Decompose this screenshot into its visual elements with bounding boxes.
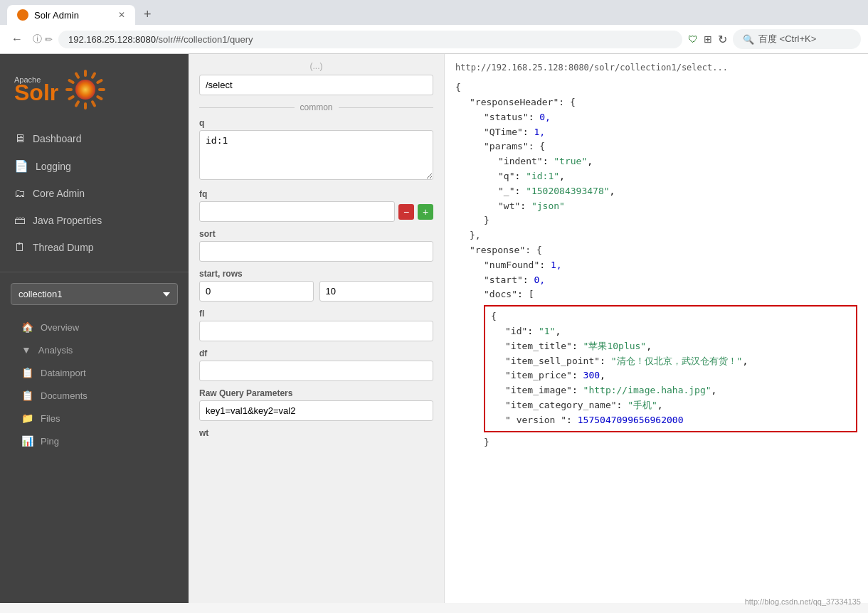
- thread-dump-icon: 🗒: [14, 241, 26, 254]
- logo-area: Apache Solr: [0, 54, 189, 118]
- back-button[interactable]: ←: [7, 29, 27, 49]
- endpoint-input[interactable]: [199, 75, 433, 95]
- collection-selector[interactable]: collection1: [11, 283, 178, 305]
- json-line: "_": "1502084393478",: [498, 184, 857, 199]
- sidebar-item-java-properties[interactable]: 🗃 Java Properties: [0, 207, 189, 234]
- svg-rect-6: [84, 102, 87, 110]
- collection-nav-item-dataimport[interactable]: 📋 Dataimport: [0, 361, 189, 384]
- json-line: "start": 0,: [484, 273, 857, 288]
- browser-chrome: Solr Admin ✕ +: [0, 0, 868, 25]
- refresh-button[interactable]: ↻: [718, 33, 727, 46]
- search-icon: 🔍: [743, 34, 754, 45]
- collection-dropdown[interactable]: collection1: [11, 283, 178, 305]
- result-url: http://192.168.25.128:8080/solr/collecti…: [455, 61, 857, 75]
- collection-nav-item-documents[interactable]: 📋 Documents: [0, 384, 189, 407]
- start-rows-field: start, rows: [199, 269, 433, 302]
- svg-rect-1: [91, 72, 97, 80]
- raw-params-input[interactable]: [199, 400, 433, 421]
- app-container: Apache Solr: [0, 54, 868, 603]
- json-line: "QTime": 1,: [484, 125, 857, 140]
- svg-rect-2: [96, 78, 104, 84]
- collection-nav-item-analysis[interactable]: ▼ Analysis: [0, 339, 189, 361]
- url-path: /solr/#/collection1/query: [156, 34, 253, 45]
- sidebar-item-dashboard[interactable]: 🖥 Dashboard: [0, 125, 189, 152]
- fl-field: fl: [199, 309, 433, 341]
- dataimport-icon: 📋: [21, 367, 33, 378]
- edit-icon: ✏: [45, 34, 53, 45]
- start-input[interactable]: [199, 281, 314, 302]
- tab-favicon: [17, 9, 28, 21]
- tab-close-button[interactable]: ✕: [118, 10, 125, 20]
- qr-icon: ⊞: [704, 33, 712, 45]
- svg-rect-9: [65, 88, 73, 91]
- sidebar-divider: [0, 272, 189, 272]
- json-line: "item_image": "http://image.haha.jpg",: [505, 383, 850, 398]
- svg-rect-3: [98, 88, 105, 91]
- df-input[interactable]: [199, 361, 433, 381]
- sort-input[interactable]: [199, 241, 433, 262]
- svg-rect-0: [84, 70, 87, 77]
- json-line: "indent": "true",: [498, 154, 857, 169]
- q-input[interactable]: id:1: [199, 130, 433, 180]
- start-rows-label: start, rows: [199, 269, 433, 279]
- url-partial: (...): [199, 61, 433, 71]
- json-line: "id": "1",: [505, 324, 850, 339]
- df-field: df: [199, 348, 433, 381]
- sidebar-nav: 🖥 Dashboard 📄 Logging 🗂 Core Admin 🗃 Jav…: [0, 118, 189, 268]
- browser-tab[interactable]: Solr Admin ✕: [7, 5, 135, 25]
- sidebar-item-label: Logging: [36, 161, 71, 172]
- json-line: }: [484, 435, 857, 450]
- fl-input[interactable]: [199, 321, 433, 341]
- collection-nav-label: Overview: [41, 322, 79, 333]
- query-endpoint: [199, 75, 433, 95]
- analysis-icon: ▼: [21, 344, 31, 356]
- rows-input[interactable]: [319, 281, 434, 302]
- shield-icon: 🛡: [688, 33, 698, 45]
- collection-nav-item-files[interactable]: 📁 Files: [0, 407, 189, 430]
- core-admin-icon: 🗂: [14, 187, 26, 200]
- fq-remove-button[interactable]: −: [398, 204, 414, 220]
- fq-add-button[interactable]: +: [418, 204, 433, 220]
- solr-logo-icon: [64, 68, 107, 111]
- json-line: "item_title": "苹果10plus",: [505, 339, 850, 354]
- df-label: df: [199, 348, 433, 358]
- logging-icon: 📄: [14, 159, 28, 173]
- watermark: http://blog.csdn.net/qq_37334135: [745, 597, 861, 603]
- sort-field: sort: [199, 229, 433, 262]
- raw-params-field: Raw Query Parameters: [199, 388, 433, 421]
- documents-icon: 📋: [21, 390, 33, 401]
- q-label: q: [199, 118, 433, 128]
- java-properties-icon: 🗃: [14, 214, 26, 227]
- overview-icon: 🏠: [21, 321, 33, 333]
- solr-logo-text: Solr: [14, 81, 58, 104]
- json-line: "responseHeader": {: [470, 95, 857, 110]
- wt-field: wt: [199, 428, 433, 438]
- url-host: 192.168.25.128: [68, 34, 132, 45]
- json-line: {: [491, 309, 850, 324]
- collection-nav-label: Analysis: [38, 345, 73, 356]
- sidebar-item-thread-dump[interactable]: 🗒 Thread Dump: [0, 234, 189, 261]
- svg-rect-5: [91, 100, 97, 108]
- version-link[interactable]: 1575047099656962000: [578, 415, 684, 425]
- json-line: "status": 0,: [484, 110, 857, 125]
- fq-input[interactable]: [199, 201, 395, 222]
- json-line: "params": {: [484, 139, 857, 154]
- section-label: common: [199, 102, 433, 112]
- json-line: {: [455, 80, 857, 95]
- json-line: "q": "id:1",: [498, 169, 857, 184]
- collection-nav-label: Files: [41, 413, 60, 424]
- new-tab-button[interactable]: +: [137, 4, 159, 25]
- search-box[interactable]: 🔍 百度 <Ctrl+K>: [733, 29, 861, 49]
- fq-field: fq − +: [199, 189, 433, 222]
- json-line: "numFound": 1,: [484, 258, 857, 273]
- collection-nav-item-ping[interactable]: 📊 Ping: [0, 430, 189, 452]
- collection-nav-label: Ping: [41, 436, 59, 447]
- address-input[interactable]: 192.168.25.128:8080/solr/#/collection1/q…: [58, 31, 682, 48]
- collection-nav-item-overview[interactable]: 🏠 Overview: [0, 316, 189, 339]
- sidebar: Apache Solr: [0, 54, 189, 603]
- sidebar-item-logging[interactable]: 📄 Logging: [0, 152, 189, 180]
- search-placeholder: 百度 <Ctrl+K>: [758, 33, 816, 46]
- tab-title: Solr Admin: [34, 10, 79, 21]
- sidebar-item-core-admin[interactable]: 🗂 Core Admin: [0, 180, 189, 207]
- collection-nav-label: Documents: [41, 390, 88, 401]
